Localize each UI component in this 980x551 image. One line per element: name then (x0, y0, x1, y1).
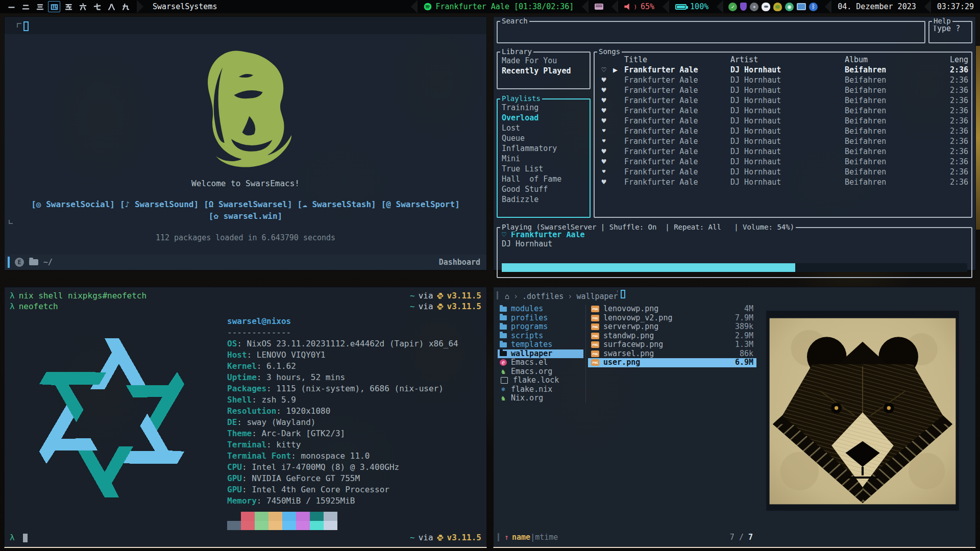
swarsemacs-logo (192, 45, 299, 171)
list-item-badizzle[interactable]: Badizzle (498, 194, 590, 205)
dashboard-button-SwarselSound[interactable]: [♪ SwarselSound] (120, 199, 199, 209)
palette-swatch (296, 512, 310, 521)
dir-item-emacs.org[interactable]: ♞Emacs.org (498, 367, 583, 377)
file-row-user.png[interactable]: PNGuser.png6.9M (588, 358, 756, 367)
dir-item-profiles[interactable]: profiles (498, 314, 583, 323)
list-item-mini[interactable]: Mini (498, 154, 590, 164)
volume-module[interactable]: ) 65% (618, 0, 660, 13)
song-row-2[interactable]: ♥Frankfurter AaleDJ HornhautBeifahren2:3… (595, 75, 971, 85)
workspace-8[interactable] (105, 1, 117, 12)
dir-item-modules[interactable]: modules (498, 305, 583, 314)
list-item-overload[interactable]: Overload (498, 113, 590, 123)
keyboard-module[interactable] (589, 0, 609, 13)
bar-separator (137, 0, 143, 13)
clock-module[interactable]: 03:37:29 (931, 0, 980, 13)
module-separator (582, 0, 589, 13)
list-item-good-stuff[interactable]: Good Stuff (498, 184, 590, 194)
list-item-recently-played[interactable]: Recently Played (498, 66, 590, 76)
palette-swatch (282, 512, 296, 521)
dir-item-flake.lock[interactable]: flake.lock (498, 376, 583, 385)
file-row-lenovowp.png[interactable]: PNGlenovowp.png4M (588, 305, 756, 314)
workspace-7[interactable] (91, 1, 103, 12)
dir-item-programs[interactable]: programs (498, 322, 583, 332)
search-input[interactable]: Search (497, 21, 925, 43)
syncthing-icon[interactable]: ◉ (785, 3, 794, 11)
list-item-true-list[interactable]: True List (498, 164, 590, 174)
checkmark-icon[interactable]: ✓ (728, 3, 737, 11)
list-item-training[interactable]: Training (498, 103, 590, 113)
song-row-12[interactable]: ♥Frankfurter AaleDJ HornhautBeifahren2:3… (595, 177, 971, 187)
dashboard-button-SwarselSport[interactable]: [@ SwarselSport] (381, 199, 460, 209)
list-item-queue[interactable]: Queue (498, 133, 590, 143)
song-row-9[interactable]: ♥Frankfurter AaleDJ HornhautBeifahren2:3… (595, 146, 971, 157)
dir-item-flake.nix[interactable]: ❄flake.nix (498, 385, 583, 394)
song-row-3[interactable]: ♥Frankfurter AaleDJ HornhautBeifahren2:3… (595, 85, 971, 95)
desktop: SwarselSystems Frankfurter Aale [01:38/0… (0, 0, 980, 551)
breadcrumb-dotfiles[interactable]: .dotfiles (522, 292, 564, 301)
swarsel-win-link[interactable]: [✿ swarsel.win] (209, 211, 283, 221)
shell-line: λneofetch ~ via v3.11.5 (10, 301, 481, 312)
dashboard-button-SwarselSwarsel[interactable]: [Ω SwarselSwarsel] (204, 199, 292, 209)
list-item-hall-of-fame[interactable]: Hall of Fame (498, 174, 590, 184)
bluetooth-icon[interactable]: ᛒ (809, 3, 818, 11)
workspace-3[interactable] (34, 1, 46, 12)
dir-item-templates[interactable]: templates (498, 340, 583, 349)
songs-label: Songs (597, 47, 622, 56)
workspace-4[interactable] (48, 1, 60, 12)
heart-icon: ♥ (595, 75, 613, 85)
file-row-swarsel.png[interactable]: PNGswarsel.png86k (588, 349, 756, 359)
neofetch-entry-uptime: Uptime: 3 hours, 52 mins (227, 372, 458, 383)
discord-icon[interactable] (762, 3, 770, 11)
date-module[interactable]: 04. Dezember 2023 (831, 0, 922, 13)
sort-alt[interactable]: |mtime (530, 533, 558, 542)
heart-icon: ♥ (595, 177, 613, 187)
turtle-icon[interactable] (773, 3, 782, 11)
workspace-2[interactable] (19, 1, 32, 12)
song-row-10[interactable]: ♥Frankfurter AaleDJ HornhautBeifahren2:3… (595, 157, 971, 167)
file-count: 7 / 7 (730, 533, 753, 542)
workspace-6[interactable] (77, 1, 89, 12)
file-row-lenovowp_v2.png[interactable]: PNGlenovowp_v2.png7.9M (588, 314, 756, 323)
song-row-1[interactable]: ♡▶Frankfurter AaleDJ HornhautBeifahren2:… (595, 65, 971, 75)
now-playing-module[interactable]: Frankfurter Aale [01:38/02:36] (418, 0, 580, 13)
steam-icon[interactable]: ✶ (750, 3, 758, 11)
nix-file-icon: ❄ (500, 385, 507, 394)
list-item-lost[interactable]: Lost (498, 123, 590, 133)
terminal-window[interactable]: λnix shell nixpkgs#neofetch ~ via v3.11.… (4, 287, 487, 548)
song-row-4[interactable]: ♥Frankfurter AaleDJ HornhautBeifahren2:3… (595, 95, 971, 106)
song-row-5[interactable]: ♥Frankfurter AaleDJ HornhautBeifahren2:3… (595, 106, 971, 116)
battery-module[interactable]: 100% (669, 0, 715, 13)
sort-key[interactable]: name (512, 533, 530, 542)
song-row-7[interactable]: ♥Frankfurter AaleDJ HornhautBeifahren2:3… (595, 126, 971, 136)
dir-item-emacs.el[interactable]: eEmacs.el (498, 358, 583, 367)
dir-item-scripts[interactable]: scripts (498, 332, 583, 341)
folder-icon (500, 307, 507, 312)
breadcrumb-wallpaper[interactable]: wallpaper (576, 292, 618, 301)
workspace-1[interactable] (5, 1, 17, 12)
shield-icon[interactable] (740, 3, 747, 11)
dir-item-nix.org[interactable]: ♞Nix.org (498, 394, 583, 403)
dir-item-wallpaper[interactable]: wallpaper (498, 349, 583, 359)
battery-text: 100% (690, 2, 708, 11)
neofetch-entry-shell: Shell: zsh 5.9 (227, 394, 458, 406)
file-row-serverwp.png[interactable]: PNGserverwp.png389k (588, 322, 756, 332)
search-label: Search (500, 17, 529, 26)
display-icon[interactable] (797, 3, 806, 10)
dashboard-button-SwarselSocial[interactable]: [◎ SwarselSocial] (31, 199, 115, 209)
workspace-5[interactable] (62, 1, 75, 12)
heart-icon: ♥ (595, 85, 613, 95)
home-icon[interactable]: ⌂ (505, 292, 509, 301)
list-item-made-for-you[interactable]: Made For You (498, 56, 590, 66)
dashboard-button-SwarselStash[interactable]: [☁ SwarselStash] (298, 199, 376, 209)
shell-prompt-line[interactable]: λ ~ via v3.11.5 (10, 532, 481, 543)
file-row-standwp.png[interactable]: PNGstandwp.png2.9M (588, 332, 756, 341)
file-row-surfacewp.png[interactable]: PNGsurfacewp.png1.3M (588, 340, 756, 349)
folder-icon (500, 333, 507, 338)
song-row-6[interactable]: ♥Frankfurter AaleDJ HornhautBeifahren2:3… (595, 116, 971, 126)
song-row-8[interactable]: ♥Frankfurter AaleDJ HornhautBeifahren2:3… (595, 136, 971, 146)
progress-bar[interactable] (502, 263, 967, 272)
list-item-inflammatory[interactable]: Inflammatory (498, 143, 590, 154)
tab-indicator[interactable] (23, 21, 29, 31)
workspace-9[interactable] (119, 1, 132, 12)
song-row-11[interactable]: ♥Frankfurter AaleDJ HornhautBeifahren2:3… (595, 167, 971, 177)
